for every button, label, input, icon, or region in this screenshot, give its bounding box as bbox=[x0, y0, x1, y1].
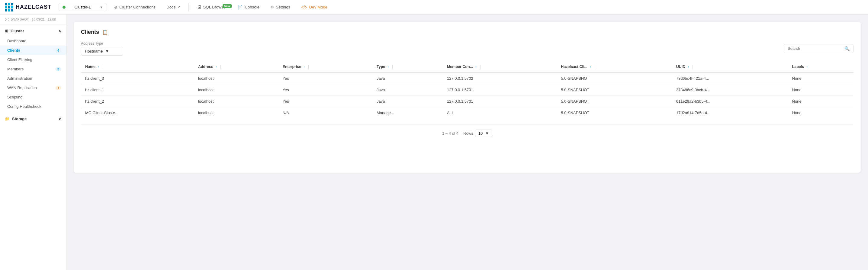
dev-mode-button[interactable]: </> Dev Mode bbox=[298, 3, 331, 11]
docs-button[interactable]: Docs ↗ bbox=[163, 3, 184, 11]
page-title: Clients bbox=[81, 29, 99, 35]
col-divider-6 bbox=[595, 65, 595, 69]
search-input[interactable] bbox=[788, 46, 842, 51]
pagination: 1 – 4 of 4 Rows 10 ▼ bbox=[81, 124, 854, 137]
sort-uuid-icon: ↑ bbox=[688, 65, 689, 68]
sidebar-item-members[interactable]: Members 3 bbox=[0, 64, 66, 74]
console-icon: 📄 bbox=[238, 5, 243, 9]
col-type[interactable]: Type ↑ bbox=[372, 62, 443, 72]
address-type-select[interactable]: Hostname ▼ bbox=[81, 47, 123, 56]
docs-label: Docs bbox=[166, 5, 176, 9]
cell-uuid: 73d6bc4f-421a-4... bbox=[672, 72, 788, 84]
cell-hazelcast_cli: 5.0-SNAPSHOT bbox=[557, 84, 672, 95]
select-chevron-down-icon: ▼ bbox=[105, 49, 109, 54]
cell-name: hz.client_1 bbox=[81, 84, 194, 95]
dev-mode-icon: </> bbox=[301, 5, 307, 10]
col-uuid[interactable]: UUID ↑ bbox=[672, 62, 788, 72]
col-name[interactable]: Name ↑ bbox=[81, 62, 194, 72]
sql-browser-wrapper: 🗄 SQL Browser New bbox=[194, 3, 230, 11]
table-row[interactable]: hz.client_2localhostYesJava127.0.0.1:570… bbox=[81, 95, 854, 107]
cell-enterprise: Yes bbox=[278, 84, 372, 95]
col-member-con-label: Member Con... bbox=[447, 65, 473, 69]
cell-address: localhost bbox=[194, 72, 278, 84]
sidebar-item-scripting[interactable]: Scripting bbox=[0, 92, 66, 102]
col-member-con[interactable]: Member Con... ↑ bbox=[443, 62, 557, 72]
console-button[interactable]: 📄 Console bbox=[234, 3, 263, 11]
table-row[interactable]: hz.client_1localhostYesJava127.0.0.1:570… bbox=[81, 84, 854, 95]
table-row[interactable]: MC-Client-Cluste...localhostN/AManage...… bbox=[81, 107, 854, 118]
document-icon: 📋 bbox=[102, 29, 108, 35]
clients-card: Clients 📋 Address Type Hostname ▼ bbox=[74, 22, 861, 173]
cell-member_con: 127.0.0.1:5701 bbox=[443, 84, 557, 95]
rows-selector: Rows 10 ▼ bbox=[463, 129, 492, 137]
rows-select[interactable]: 10 ▼ bbox=[475, 129, 492, 137]
sql-browser-new-badge: New bbox=[223, 4, 232, 8]
cell-type: Java bbox=[372, 84, 443, 95]
sidebar-section-cluster: ⊞ Cluster ∧ Dashboard Clients 4 Client F… bbox=[0, 25, 66, 112]
col-uuid-label: UUID bbox=[676, 65, 686, 69]
sidebar-item-administration[interactable]: Administration bbox=[0, 74, 66, 83]
app-layout: 5.0-SNAPSHOT - 10/09/21 - 12:00 ⊞ Cluste… bbox=[0, 14, 868, 270]
cell-hazelcast_cli: 5.0-SNAPSHOT bbox=[557, 95, 672, 107]
card-header: Clients 📋 bbox=[81, 29, 854, 35]
sql-browser-icon: 🗄 bbox=[197, 5, 201, 9]
col-divider-2 bbox=[220, 65, 221, 69]
sidebar-item-client-filtering-label: Client Filtering bbox=[7, 57, 32, 62]
sidebar-item-wan-replication[interactable]: WAN Replication 1 bbox=[0, 83, 66, 92]
col-divider-7 bbox=[692, 65, 693, 69]
gear-icon: ⚙ bbox=[270, 5, 274, 9]
sidebar-item-wan-replication-label: WAN Replication bbox=[7, 86, 37, 90]
cell-member_con: ALL bbox=[443, 107, 557, 118]
rows-label: Rows bbox=[463, 131, 473, 136]
sidebar-wan-badge: 1 bbox=[55, 86, 61, 90]
sidebar-item-dashboard[interactable]: Dashboard bbox=[0, 36, 66, 46]
sidebar-section-storage-header[interactable]: 📁 Storage ∨ bbox=[0, 114, 66, 124]
cell-name: hz.client_3 bbox=[81, 72, 194, 84]
cluster-connections-label: Cluster Connections bbox=[119, 5, 156, 9]
col-divider-5 bbox=[480, 65, 480, 69]
table-row[interactable]: hz.client_3localhostYesJava127.0.0.1:570… bbox=[81, 72, 854, 84]
settings-button[interactable]: ⚙ Settings bbox=[267, 3, 294, 11]
col-enterprise[interactable]: Enterprise ↑ bbox=[278, 62, 372, 72]
search-icon: 🔍 bbox=[844, 46, 849, 51]
cell-labels: None bbox=[788, 72, 854, 84]
cell-uuid: 17d2a814-7d5a-4... bbox=[672, 107, 788, 118]
address-type-value: Hostname bbox=[85, 49, 103, 54]
sidebar-item-members-label: Members bbox=[7, 67, 24, 71]
sidebar-storage-label: Storage bbox=[12, 117, 27, 121]
sidebar-item-client-filtering[interactable]: Client Filtering bbox=[0, 55, 66, 64]
sidebar: 5.0-SNAPSHOT - 10/09/21 - 12:00 ⊞ Cluste… bbox=[0, 14, 66, 270]
cell-type: Manage... bbox=[372, 107, 443, 118]
cell-type: Java bbox=[372, 72, 443, 84]
table-header: Name ↑ Address ↑ Enterprise ↑ bbox=[81, 62, 854, 72]
cluster-selector[interactable]: Cluster-1 ▼ bbox=[59, 3, 107, 11]
sidebar-item-config-healthcheck[interactable]: Config Healthcheck bbox=[0, 102, 66, 111]
table-body: hz.client_3localhostYesJava127.0.0.1:570… bbox=[81, 72, 854, 118]
sidebar-section-storage: 📁 Storage ∨ bbox=[0, 112, 66, 125]
top-navigation: HAZELCAST Cluster-1 ▼ ⊕ Cluster Connecti… bbox=[0, 0, 868, 14]
filter-row: Address Type Hostname ▼ 🔍 bbox=[81, 41, 854, 56]
console-label: Console bbox=[245, 5, 259, 9]
sidebar-item-administration-label: Administration bbox=[7, 76, 32, 81]
cell-labels: None bbox=[788, 95, 854, 107]
col-hazelcast-cli-label: Hazelcast Cli... bbox=[561, 65, 587, 69]
cell-labels: None bbox=[788, 107, 854, 118]
filter-left: Address Type Hostname ▼ bbox=[81, 41, 123, 56]
sort-member-con-icon: ↑ bbox=[475, 65, 477, 68]
collapse-icon: ∧ bbox=[58, 29, 61, 33]
cluster-connections-button[interactable]: ⊕ Cluster Connections bbox=[111, 3, 159, 11]
col-labels[interactable]: Labels ↑ bbox=[788, 62, 854, 72]
rows-value: 10 bbox=[478, 131, 483, 136]
external-link-icon: ↗ bbox=[177, 5, 180, 9]
sidebar-clients-badge: 4 bbox=[55, 48, 61, 53]
cell-member_con: 127.0.0.1:5702 bbox=[443, 72, 557, 84]
sidebar-section-cluster-header[interactable]: ⊞ Cluster ∧ bbox=[0, 26, 66, 36]
search-box[interactable]: 🔍 bbox=[784, 44, 854, 53]
cell-uuid: 378486c9-0bcb-4... bbox=[672, 84, 788, 95]
app-logo: HAZELCAST bbox=[5, 3, 51, 11]
sidebar-item-clients[interactable]: Clients 4 bbox=[0, 46, 66, 55]
col-hazelcast-cli[interactable]: Hazelcast Cli... ↑ bbox=[557, 62, 672, 72]
col-name-label: Name bbox=[85, 65, 95, 69]
cell-address: localhost bbox=[194, 95, 278, 107]
col-address[interactable]: Address ↑ bbox=[194, 62, 278, 72]
